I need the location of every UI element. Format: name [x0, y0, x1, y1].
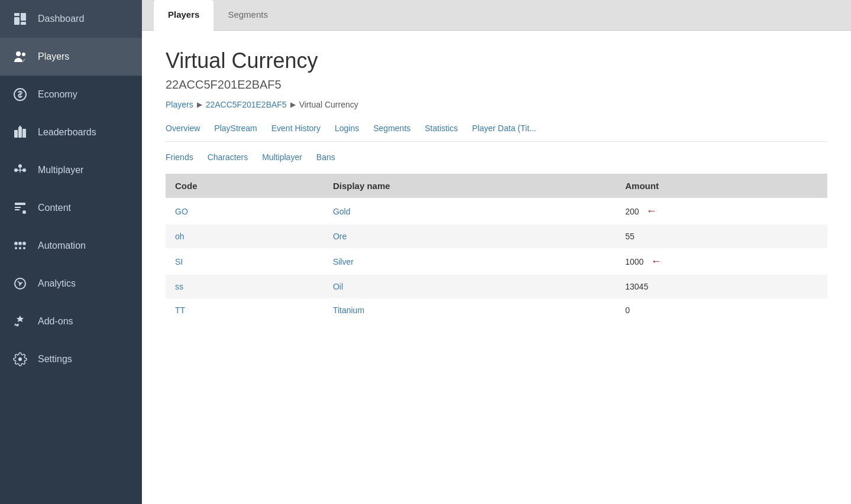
- nav-segments[interactable]: Segments: [373, 121, 410, 135]
- svg-point-18: [15, 247, 17, 249]
- cell-display-name[interactable]: Silver: [323, 248, 616, 275]
- table-header-row: Code Display name Amount: [166, 174, 827, 198]
- sidebar-item-automation[interactable]: Automation: [0, 227, 142, 265]
- settings-icon: [12, 351, 28, 368]
- page-title: Virtual Currency: [166, 48, 827, 73]
- sidebar: Dashboard Players Economy Leaderboards M…: [0, 0, 142, 504]
- tab-players[interactable]: Players: [154, 0, 213, 31]
- cell-display-name[interactable]: Gold: [323, 198, 616, 225]
- col-code: Code: [166, 174, 323, 198]
- sidebar-item-dashboard[interactable]: Dashboard: [0, 0, 142, 38]
- svg-point-25: [19, 282, 21, 285]
- nav-player-data[interactable]: Player Data (Tit...: [472, 121, 536, 135]
- breadcrumb: Players ▶ 22ACC5F201E2BAF5 ▶ Virtual Cur…: [166, 100, 827, 109]
- nav-characters[interactable]: Characters: [208, 152, 248, 162]
- svg-point-14: [22, 210, 26, 214]
- nav-playstream[interactable]: PlayStream: [214, 121, 257, 135]
- sidebar-item-economy[interactable]: Economy: [0, 76, 142, 113]
- analytics-icon: [12, 275, 28, 292]
- sidebar-item-settings[interactable]: Settings: [0, 340, 142, 378]
- sidebar-item-multiplayer[interactable]: Multiplayer: [0, 151, 142, 189]
- sidebar-item-addons[interactable]: Add-ons: [0, 303, 142, 340]
- nav-event-history[interactable]: Event History: [271, 121, 321, 135]
- cell-display-name[interactable]: Titanium: [323, 298, 616, 322]
- arrow-indicator: ←: [646, 205, 657, 217]
- cell-code[interactable]: GO: [166, 198, 323, 225]
- col-amount: Amount: [616, 174, 827, 198]
- cell-amount: 1000←: [616, 248, 827, 275]
- nav-bans[interactable]: Bans: [316, 152, 335, 162]
- main-content: Players Segments Virtual Currency 22ACC5…: [142, 0, 851, 504]
- nav-multiplayer[interactable]: Multiplayer: [262, 152, 302, 162]
- svg-rect-9: [22, 129, 26, 138]
- cell-amount: 0: [616, 298, 827, 322]
- svg-point-4: [16, 51, 21, 56]
- cell-code[interactable]: SI: [166, 248, 323, 275]
- svg-rect-0: [14, 13, 20, 16]
- svg-point-11: [14, 168, 18, 172]
- sidebar-label-analytics: Analytics: [38, 278, 76, 289]
- cell-code[interactable]: oh: [166, 225, 323, 248]
- breadcrumb-player-id[interactable]: 22ACC5F201E2BAF5: [206, 100, 287, 109]
- nav-links-row1: Overview PlayStream Event History Logins…: [166, 121, 827, 142]
- player-id: 22ACC5F201E2BAF5: [166, 78, 827, 92]
- col-display: Display name: [323, 174, 616, 198]
- nav-overview[interactable]: Overview: [166, 121, 200, 135]
- leaderboards-icon: [12, 124, 28, 141]
- sidebar-label-economy: Economy: [38, 89, 77, 100]
- sidebar-label-settings: Settings: [38, 354, 72, 365]
- sidebar-label-addons: Add-ons: [38, 316, 73, 327]
- cell-code[interactable]: ss: [166, 275, 323, 298]
- sidebar-item-analytics[interactable]: Analytics: [0, 265, 142, 303]
- svg-rect-3: [21, 22, 26, 25]
- cell-amount: 13045: [616, 275, 827, 298]
- svg-point-20: [23, 247, 25, 249]
- breadcrumb-sep-1: ▶: [197, 100, 202, 109]
- breadcrumb-current: Virtual Currency: [299, 100, 358, 109]
- svg-rect-7: [18, 127, 22, 138]
- tab-bar: Players Segments: [142, 0, 851, 31]
- table-row: GOGold200←: [166, 198, 827, 225]
- dashboard-icon: [12, 11, 28, 27]
- sidebar-item-content[interactable]: Content: [0, 189, 142, 227]
- players-icon: [12, 48, 28, 65]
- nav-friends[interactable]: Friends: [166, 152, 193, 162]
- breadcrumb-sep-2: ▶: [290, 100, 296, 109]
- nav-logins[interactable]: Logins: [335, 121, 359, 135]
- cell-display-name[interactable]: Ore: [323, 225, 616, 248]
- svg-point-19: [19, 247, 21, 249]
- cell-amount: 55: [616, 225, 827, 248]
- svg-point-5: [22, 53, 25, 56]
- svg-point-10: [20, 126, 21, 128]
- table-row: ssOil13045: [166, 275, 827, 298]
- sidebar-label-automation: Automation: [38, 240, 86, 251]
- sidebar-label-dashboard: Dashboard: [38, 14, 84, 24]
- sidebar-label-players: Players: [38, 51, 69, 62]
- cell-amount: 200←: [616, 198, 827, 225]
- nav-statistics[interactable]: Statistics: [425, 121, 458, 135]
- arrow-indicator: ←: [651, 255, 661, 268]
- sidebar-label-leaderboards: Leaderboards: [38, 127, 96, 138]
- multiplayer-icon: [12, 162, 28, 178]
- sidebar-item-leaderboards[interactable]: Leaderboards: [0, 113, 142, 151]
- svg-rect-1: [14, 17, 20, 25]
- svg-point-12: [22, 168, 26, 172]
- svg-rect-2: [21, 13, 26, 21]
- addons-icon: [12, 313, 28, 330]
- sidebar-item-players[interactable]: Players: [0, 38, 142, 76]
- content-area: Virtual Currency 22ACC5F201E2BAF5 Player…: [142, 31, 851, 504]
- svg-point-13: [18, 164, 22, 168]
- content-icon: [12, 200, 28, 216]
- economy-icon: [12, 86, 28, 103]
- table-row: TTTitanium0: [166, 298, 827, 322]
- cell-code[interactable]: TT: [166, 298, 323, 322]
- virtual-currency-table: Code Display name Amount GOGold200←ohOre…: [166, 174, 827, 322]
- sidebar-label-content: Content: [38, 203, 71, 213]
- cell-display-name[interactable]: Oil: [323, 275, 616, 298]
- automation-icon: [12, 238, 28, 254]
- breadcrumb-players[interactable]: Players: [166, 100, 193, 109]
- tab-segments[interactable]: Segments: [213, 0, 282, 31]
- sidebar-label-multiplayer: Multiplayer: [38, 165, 83, 175]
- table-row: ohOre55: [166, 225, 827, 248]
- table-row: SISilver1000←: [166, 248, 827, 275]
